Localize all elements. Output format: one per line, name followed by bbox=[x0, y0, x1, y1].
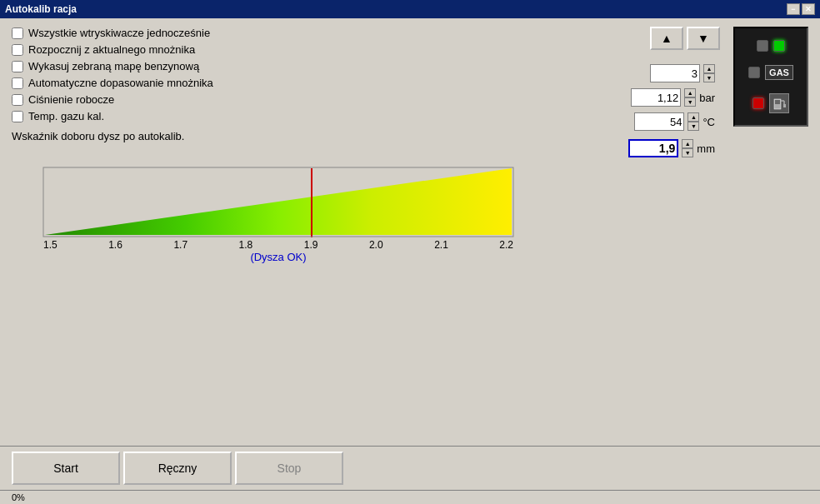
gauge-axis-labels: 1.5 1.6 1.7 1.8 1.9 2.0 2.1 2.2 bbox=[37, 239, 520, 251]
field-row-2: ▲ ▼ bar bbox=[631, 88, 715, 107]
checkbox-label-3: Wykasuj zebraną mapę benzynową bbox=[28, 60, 199, 72]
checkbox-row-6-container: Temp. gazu kal. ▲ ▼ °C bbox=[12, 110, 808, 122]
gas-panel: GAS bbox=[733, 27, 808, 127]
status-text: 0% bbox=[12, 492, 25, 502]
gauge-section: 1.5 1.6 1.7 1.8 1.9 2.0 2.1 2.2 (Dysza O… bbox=[12, 164, 808, 263]
checkbox-row-5: Ciśnienie robocze bbox=[12, 93, 114, 106]
nozzle-spinner: ▲ ▼ bbox=[682, 139, 693, 157]
nav-controls: ▲ ▼ bbox=[650, 27, 720, 50]
checkbox-start-multiplier[interactable] bbox=[12, 44, 23, 56]
bottom-bar: Start Ręczny Stop bbox=[0, 446, 820, 490]
gas-label: GAS bbox=[765, 65, 793, 80]
led-green-1 bbox=[773, 40, 785, 52]
status-bar: 0% bbox=[0, 490, 820, 504]
temp-down-btn[interactable]: ▼ bbox=[688, 122, 699, 131]
svg-rect-4 bbox=[783, 104, 786, 107]
checkbox-temp[interactable] bbox=[12, 111, 23, 122]
checkbox-auto-multiplier[interactable] bbox=[12, 77, 23, 89]
temp-up-btn[interactable]: ▲ bbox=[688, 112, 699, 122]
checkbox-label-5: Ciśnienie robocze bbox=[28, 93, 114, 106]
led-gray-2 bbox=[748, 67, 760, 78]
pressure-up-btn[interactable]: ▲ bbox=[684, 88, 696, 97]
multiplier-down-btn[interactable]: ▼ bbox=[703, 73, 715, 82]
close-button[interactable]: ✕ bbox=[802, 3, 815, 15]
checkbox-clear-map[interactable] bbox=[12, 61, 23, 72]
title-bar-buttons: − ✕ bbox=[787, 3, 815, 15]
checkbox-label-2: Rozpocznij z aktualnego mnożnika bbox=[28, 43, 195, 56]
checkbox-row-4-container: Automatyczne dopasowanie mnożnika ▲ ▼ bbox=[12, 77, 808, 89]
pressure-unit: bar bbox=[699, 92, 715, 104]
nozzle-label: Wskaźnik doboru dysz po autokalib. bbox=[12, 130, 195, 142]
stop-button[interactable]: Stop bbox=[235, 452, 343, 485]
nozzle-up-btn[interactable]: ▲ bbox=[682, 139, 693, 148]
multiplier-spinner: ▲ ▼ bbox=[703, 64, 715, 82]
axis-label-6: 2.1 bbox=[434, 239, 448, 251]
pressure-input[interactable] bbox=[631, 88, 681, 107]
axis-label-1: 1.6 bbox=[108, 239, 122, 251]
temp-spinner: ▲ ▼ bbox=[688, 112, 699, 131]
field-row-1: ▲ ▼ bbox=[650, 64, 715, 82]
checkbox-row-6: Temp. gazu kal. bbox=[12, 110, 104, 122]
checkbox-all-injectors[interactable] bbox=[12, 27, 23, 39]
nozzle-input[interactable] bbox=[628, 139, 678, 157]
temp-unit: °C bbox=[702, 116, 715, 128]
multiplier-input[interactable] bbox=[650, 64, 700, 82]
nav-up-button[interactable]: ▲ bbox=[650, 27, 683, 50]
axis-label-7: 2.2 bbox=[499, 239, 513, 251]
nav-down-button[interactable]: ▼ bbox=[687, 27, 720, 50]
gauge-status-label: (Dysza OK) bbox=[250, 251, 306, 263]
gas-mid-indicators: GAS bbox=[748, 65, 793, 80]
gauge-chart bbox=[37, 164, 520, 239]
nozzle-unit: mm bbox=[697, 142, 715, 155]
axis-label-2: 1.7 bbox=[173, 239, 188, 251]
start-button[interactable]: Start bbox=[12, 452, 120, 485]
title-bar: Autokalib racja − ✕ bbox=[0, 0, 820, 18]
checkbox-row-4: Automatyczne dopasowanie mnożnika bbox=[12, 77, 213, 89]
gas-pump-icon bbox=[769, 93, 789, 113]
gauge-svg bbox=[37, 164, 520, 239]
window-title: Autokalib racja bbox=[5, 3, 77, 15]
temp-input[interactable] bbox=[634, 112, 684, 131]
field-row-3: ▲ ▼ °C bbox=[634, 112, 715, 131]
axis-label-4: 1.9 bbox=[304, 239, 318, 251]
checkbox-label-4: Automatyczne dopasowanie mnożnika bbox=[28, 77, 213, 89]
nozzle-row: Wskaźnik doboru dysz po autokalib. ▲ ▼ m… bbox=[12, 130, 808, 142]
main-content: ▲ ▼ GAS bbox=[0, 18, 820, 446]
manual-button[interactable]: Ręczny bbox=[123, 452, 232, 485]
multiplier-up-btn[interactable]: ▲ bbox=[703, 64, 715, 73]
led-red-1 bbox=[752, 97, 764, 109]
checkbox-pressure[interactable] bbox=[12, 94, 23, 106]
axis-label-0: 1.5 bbox=[43, 239, 58, 251]
gauge-triangle bbox=[45, 168, 512, 235]
checkbox-label-1: Wszystkie wtryskiwacze jednocześnie bbox=[28, 27, 210, 39]
nozzle-down-btn[interactable]: ▼ bbox=[682, 148, 693, 157]
pressure-down-btn[interactable]: ▼ bbox=[684, 97, 696, 107]
main-window: Autokalib racja − ✕ ▲ ▼ GAS bbox=[0, 0, 820, 504]
gas-bottom-indicators bbox=[752, 93, 789, 113]
pressure-spinner: ▲ ▼ bbox=[684, 88, 696, 107]
minimize-button[interactable]: − bbox=[787, 3, 800, 15]
svg-rect-1 bbox=[775, 100, 780, 104]
nozzle-field-row: ▲ ▼ mm bbox=[628, 139, 715, 157]
axis-label-3: 1.8 bbox=[239, 239, 253, 251]
gas-top-indicators bbox=[757, 40, 785, 52]
led-gray-1 bbox=[757, 40, 768, 52]
action-buttons: Start Ręczny Stop bbox=[12, 452, 343, 485]
checkbox-row-5-container: Ciśnienie robocze ▲ ▼ bar bbox=[12, 93, 808, 106]
checkbox-label-6: Temp. gazu kal. bbox=[28, 110, 104, 122]
gauge-status: (Dysza OK) bbox=[37, 251, 520, 263]
axis-label-5: 2.0 bbox=[369, 239, 383, 251]
